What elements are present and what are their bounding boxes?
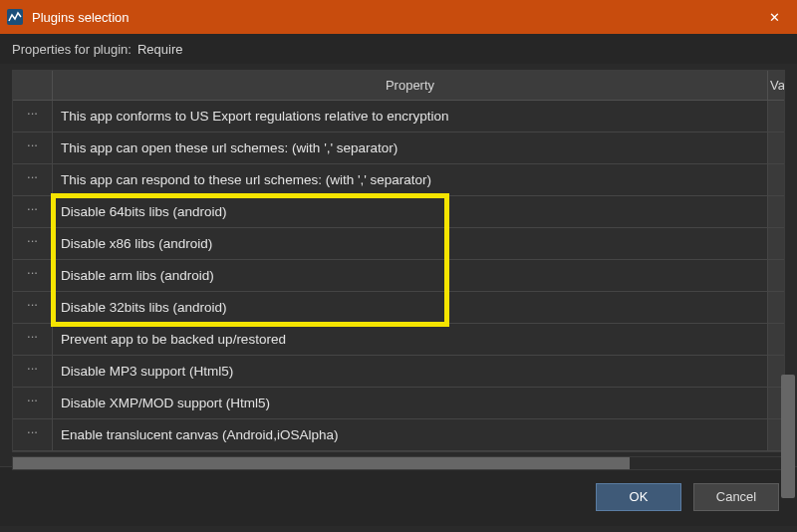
cancel-button[interactable]: Cancel — [693, 483, 779, 511]
row-header[interactable]: ... — [13, 228, 53, 259]
properties-grid: Property Va ...This app conforms to US E… — [12, 70, 785, 452]
value-cell[interactable] — [768, 164, 784, 195]
table-row[interactable]: ...This app conforms to US Export regula… — [13, 101, 784, 133]
grid-header: Property Va — [13, 71, 784, 101]
subheader: Properties for plugin: Require — [0, 34, 797, 64]
row-header[interactable]: ... — [13, 292, 53, 323]
content-area: Property Va ...This app conforms to US E… — [0, 64, 797, 466]
value-cell[interactable] — [768, 292, 784, 323]
property-cell[interactable]: Prevent app to be backed up/restored — [53, 324, 768, 355]
row-header[interactable]: ... — [13, 133, 53, 163]
property-cell[interactable]: This app conforms to US Export regulatio… — [53, 101, 768, 132]
row-header[interactable]: ... — [13, 196, 53, 227]
value-cell[interactable] — [768, 324, 784, 355]
table-row[interactable]: ...Prevent app to be backed up/restored — [13, 324, 784, 356]
table-row[interactable]: ...Disable 64bits libs (android) — [13, 196, 784, 228]
row-header[interactable]: ... — [13, 324, 53, 355]
property-cell[interactable]: This app can respond to these url scheme… — [53, 164, 768, 195]
property-cell[interactable]: Disable 64bits libs (android) — [53, 196, 768, 227]
ok-button[interactable]: OK — [596, 483, 681, 511]
subheader-label: Properties for plugin: — [12, 42, 132, 57]
row-header[interactable]: ... — [13, 356, 53, 387]
property-cell[interactable]: Enable translucent canvas (Android,iOSAl… — [53, 419, 768, 450]
property-cell[interactable]: Disable MP3 support (Html5) — [53, 356, 768, 387]
property-cell[interactable]: Disable 32bits libs (android) — [53, 292, 768, 323]
header-rowhead — [13, 71, 53, 100]
property-cell[interactable]: Disable arm libs (android) — [53, 260, 768, 291]
property-cell[interactable]: Disable x86 libs (android) — [53, 228, 768, 259]
table-row[interactable]: ...Disable x86 libs (android) — [13, 228, 784, 260]
table-row[interactable]: ...This app can respond to these url sch… — [13, 164, 784, 196]
value-cell[interactable] — [768, 260, 784, 291]
footer: OK Cancel — [0, 466, 797, 526]
table-row[interactable]: ...Enable translucent canvas (Android,iO… — [13, 419, 784, 451]
value-cell[interactable] — [768, 133, 784, 163]
table-row[interactable]: ...This app can open these url schemes: … — [13, 133, 784, 164]
header-value[interactable]: Va — [768, 71, 784, 100]
value-cell[interactable] — [768, 196, 784, 227]
row-header[interactable]: ... — [13, 388, 53, 418]
table-row[interactable]: ...Disable MP3 support (Html5) — [13, 356, 784, 388]
window-title: Plugins selection — [32, 10, 751, 25]
cancel-label: Cancel — [716, 489, 756, 504]
row-header[interactable]: ... — [13, 164, 53, 195]
table-row[interactable]: ...Disable XMP/MOD support (Html5) — [13, 388, 784, 419]
property-cell[interactable]: Disable XMP/MOD support (Html5) — [53, 388, 768, 418]
grid-body: ...This app conforms to US Export regula… — [13, 101, 784, 451]
value-cell[interactable] — [768, 101, 784, 132]
header-property[interactable]: Property — [53, 71, 768, 100]
row-header[interactable]: ... — [13, 101, 53, 132]
table-row[interactable]: ...Disable arm libs (android) — [13, 260, 784, 292]
subheader-value: Require — [137, 42, 183, 57]
horizontal-scrollbar[interactable] — [12, 456, 785, 470]
ok-label: OK — [630, 489, 649, 504]
value-cell[interactable] — [768, 228, 784, 259]
row-header[interactable]: ... — [13, 260, 53, 291]
hscroll-thumb[interactable] — [13, 457, 630, 469]
close-icon: ✕ — [769, 10, 780, 25]
vertical-scrollbar-thumb[interactable] — [781, 375, 795, 498]
property-cell[interactable]: This app can open these url schemes: (wi… — [53, 133, 768, 163]
titlebar: Plugins selection ✕ — [0, 0, 797, 34]
table-row[interactable]: ...Disable 32bits libs (android) — [13, 292, 784, 324]
close-button[interactable]: ✕ — [751, 0, 797, 34]
row-header[interactable]: ... — [13, 419, 53, 450]
app-icon — [6, 8, 24, 26]
